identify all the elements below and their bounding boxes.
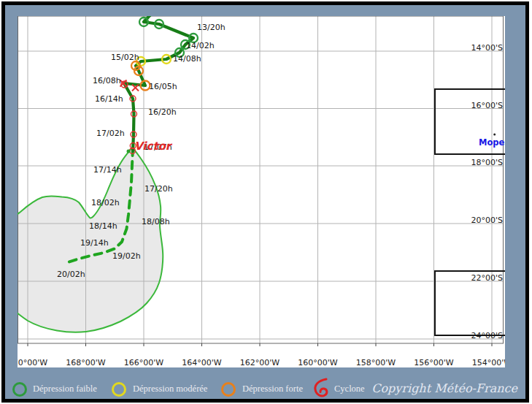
svg-text:15/02h: 15/02h: [111, 53, 139, 62]
svg-text:16/20h: 16/20h: [148, 107, 177, 117]
svg-text:20/02h: 20/02h: [57, 270, 85, 279]
svg-text:14/02h: 14/02h: [186, 41, 215, 50]
svg-text:17/14h: 17/14h: [93, 165, 122, 175]
svg-text:14/08h: 14/08h: [173, 54, 201, 64]
copyright-text: Copyright Météo-France: [371, 381, 517, 395]
svg-text:164°00'W: 164°00'W: [182, 358, 222, 367]
island-dot: [493, 134, 496, 136]
legend-moderate-label: Dépression modérée: [133, 384, 207, 395]
svg-text:170°00'W: 170°00'W: [18, 358, 47, 367]
cyclone-swirl-icon: [313, 378, 329, 400]
svg-text:22°00'S: 22°00'S: [471, 273, 503, 283]
legend-weak-label: Dépression faible: [33, 384, 97, 395]
place-label: Mopel: [479, 137, 505, 148]
legend-weak-circle-icon: [12, 382, 27, 397]
svg-text:20°00'S: 20°00'S: [471, 216, 503, 225]
legend-moderate-circle-icon: [112, 382, 126, 397]
svg-text:19/14h: 19/14h: [80, 238, 109, 248]
svg-text:24°00'S: 24°00'S: [471, 331, 503, 340]
svg-text:14°00'S: 14°00'S: [471, 43, 503, 53]
storm-name-label: Victor: [134, 140, 173, 153]
svg-text:18/02h: 18/02h: [91, 198, 120, 207]
svg-text:19/02h: 19/02h: [112, 251, 141, 261]
svg-text:166°00'W: 166°00'W: [124, 358, 164, 367]
svg-text:17/20h: 17/20h: [144, 184, 173, 194]
svg-text:18°00'S: 18°00'S: [471, 158, 503, 167]
latitude-labels: 14°00'S 16°00'S 18°00'S 20°00'S 22°00'S …: [471, 43, 503, 340]
forecast-start-dot: [127, 150, 131, 153]
track-map-svg: Mopel 14°00'S 16°00'S 18°00'S 20°00'S 22…: [18, 16, 505, 367]
legend-strong-circle-icon: [221, 382, 236, 397]
map-plot-area: Mopel 14°00'S 16°00'S 18°00'S 20°00'S 22…: [18, 16, 505, 367]
cyclone-track-map-screen: Mopel 14°00'S 16°00'S 18°00'S 20°00'S 22…: [0, 0, 532, 404]
axis-ticks: [28, 343, 492, 346]
svg-text:18/08h: 18/08h: [142, 217, 170, 226]
legend-cyclone-label: Cyclone: [334, 384, 365, 395]
longitude-labels: 170°00'W 168°00'W 166°00'W 164°00'W 162°…: [18, 358, 505, 367]
svg-text:17/02h: 17/02h: [96, 129, 125, 138]
svg-text:162°00'W: 162°00'W: [240, 358, 280, 367]
legend-strong-label: Dépression forte: [242, 384, 303, 395]
svg-text:13/20h: 13/20h: [197, 23, 225, 32]
svg-text:16/08h: 16/08h: [93, 76, 121, 85]
svg-text:16°00'S: 16°00'S: [471, 101, 503, 110]
svg-text:154°00'W: 154°00'W: [472, 358, 505, 367]
svg-text:158°00'W: 158°00'W: [356, 358, 396, 367]
svg-text:160°00'W: 160°00'W: [298, 358, 338, 367]
svg-text:168°00'W: 168°00'W: [66, 358, 106, 367]
svg-text:156°00'W: 156°00'W: [414, 358, 454, 367]
svg-text:16/14h: 16/14h: [95, 94, 123, 104]
svg-text:16/05h: 16/05h: [149, 82, 177, 91]
svg-text:18/14h: 18/14h: [89, 221, 117, 231]
